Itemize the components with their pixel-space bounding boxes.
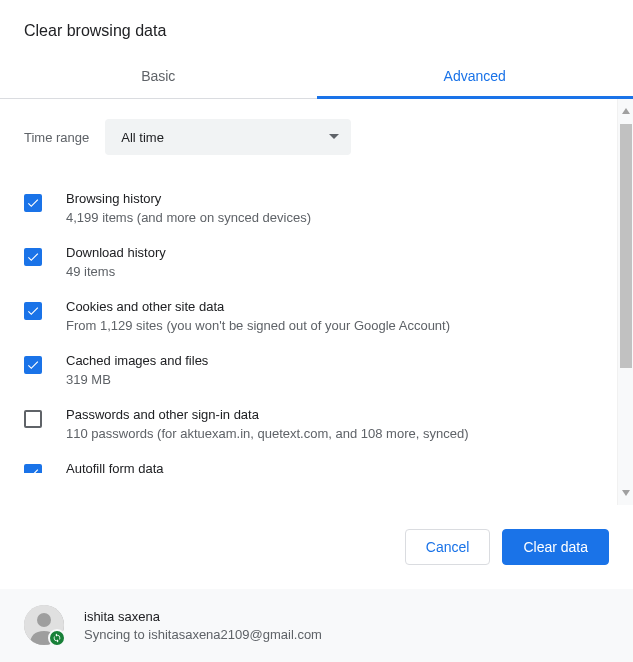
option-text: Cached images and files319 MB	[66, 353, 208, 387]
option-row: Cookies and other site dataFrom 1,129 si…	[24, 289, 609, 343]
time-range-label: Time range	[24, 130, 89, 145]
time-range-select[interactable]: All time	[105, 119, 351, 155]
option-title: Browsing history	[66, 191, 311, 206]
avatar-wrap	[24, 605, 64, 645]
option-row: Passwords and other sign-in data110 pass…	[24, 397, 609, 451]
option-text: Download history49 items	[66, 245, 166, 279]
option-title: Passwords and other sign-in data	[66, 407, 468, 422]
checkbox[interactable]	[24, 464, 42, 473]
dialog-footer: Cancel Clear data	[0, 505, 633, 589]
option-row: Cached images and files319 MB	[24, 343, 609, 397]
tab-basic[interactable]: Basic	[0, 56, 317, 98]
chevron-down-icon	[329, 134, 339, 140]
content: Time range All time Browsing history4,19…	[0, 99, 633, 505]
option-text: Passwords and other sign-in data110 pass…	[66, 407, 468, 441]
option-text: Browsing history4,199 items (and more on…	[66, 191, 311, 225]
time-range-value: All time	[121, 130, 164, 145]
svg-point-1	[37, 613, 51, 627]
option-desc: 110 passwords (for aktuexam.in, quetext.…	[66, 426, 468, 441]
checkbox[interactable]	[24, 248, 42, 266]
option-text: Cookies and other site dataFrom 1,129 si…	[66, 299, 450, 333]
scrollbar-thumb[interactable]	[620, 124, 632, 368]
account-name: ishita saxena	[84, 609, 322, 624]
clear-data-button[interactable]: Clear data	[502, 529, 609, 565]
option-row: Autofill form data	[24, 451, 609, 473]
option-title: Cookies and other site data	[66, 299, 450, 314]
tabs: Basic Advanced	[0, 56, 633, 99]
option-row: Download history49 items	[24, 235, 609, 289]
account-row: ishita saxena Syncing to ishitasaxena210…	[0, 589, 633, 662]
option-title: Cached images and files	[66, 353, 208, 368]
option-title: Autofill form data	[66, 461, 164, 473]
content-wrap: Time range All time Browsing history4,19…	[0, 99, 633, 505]
option-row: Browsing history4,199 items (and more on…	[24, 181, 609, 235]
scroll-down-icon[interactable]	[618, 485, 633, 501]
checkbox[interactable]	[24, 194, 42, 212]
dialog-title: Clear browsing data	[0, 0, 633, 56]
option-title: Download history	[66, 245, 166, 260]
option-desc: From 1,129 sites (you won't be signed ou…	[66, 318, 450, 333]
checkbox[interactable]	[24, 302, 42, 320]
option-desc: 319 MB	[66, 372, 208, 387]
checkbox[interactable]	[24, 410, 42, 428]
cancel-button[interactable]: Cancel	[405, 529, 491, 565]
time-range-row: Time range All time	[24, 119, 609, 155]
account-status: Syncing to ishitasaxena2109@gmail.com	[84, 627, 322, 642]
tab-advanced[interactable]: Advanced	[317, 56, 634, 98]
option-text: Autofill form data	[66, 461, 164, 473]
clear-browsing-data-dialog: Clear browsing data Basic Advanced Time …	[0, 0, 633, 662]
option-desc: 4,199 items (and more on synced devices)	[66, 210, 311, 225]
scrollbar[interactable]	[617, 99, 633, 505]
option-desc: 49 items	[66, 264, 166, 279]
checkbox[interactable]	[24, 356, 42, 374]
account-text: ishita saxena Syncing to ishitasaxena210…	[84, 609, 322, 642]
scroll-up-icon[interactable]	[618, 103, 633, 119]
sync-badge-icon	[48, 629, 66, 647]
